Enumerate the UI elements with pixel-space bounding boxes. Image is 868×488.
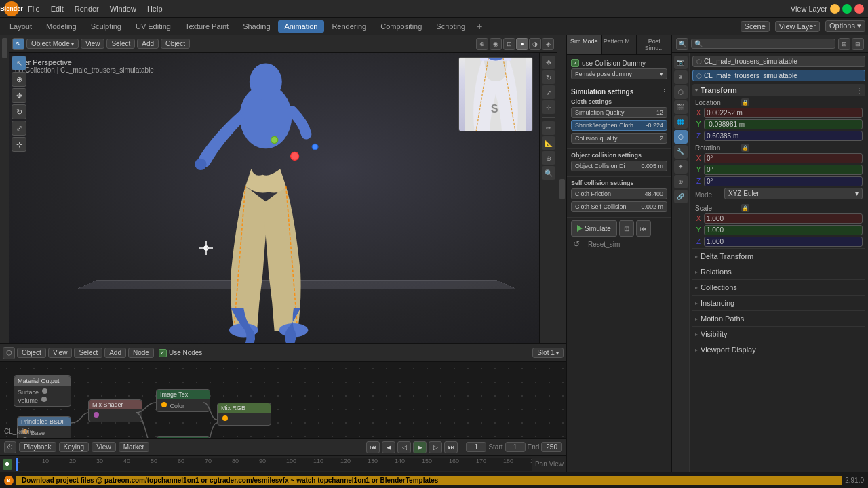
node-editor-icon[interactable]: ⬡ — [3, 347, 15, 359]
current-frame[interactable]: 1 — [466, 442, 486, 452]
simulate-button[interactable]: Simulate — [571, 220, 617, 237]
sim-mode-tab[interactable]: Sim Mode — [567, 35, 602, 54]
step-back-button[interactable]: ◀ — [382, 441, 395, 453]
active-object-selector[interactable]: ⬡ CL_male_trousers_simulatable — [692, 56, 865, 67]
options-button[interactable]: Options ▾ — [825, 20, 865, 32]
rotation-x-input[interactable] — [704, 153, 863, 163]
timeline-ruler[interactable]: ⏺ 1 10 20 30 40 50 60 — [0, 456, 566, 472]
play-button[interactable]: ▶ — [413, 441, 427, 453]
simulation-settings-options-icon[interactable]: ⋮ — [661, 89, 667, 96]
scale-lock[interactable]: 🔒 — [741, 204, 749, 212]
props-icon-object[interactable]: ⬡ — [674, 130, 688, 144]
workspace-texture-paint[interactable]: Texture Paint — [178, 20, 235, 33]
scale-z-input[interactable] — [704, 237, 863, 247]
material-shading-button[interactable]: ◑ — [529, 38, 541, 50]
transform-tool[interactable]: ⊹ — [12, 137, 26, 152]
location-y-input[interactable] — [704, 119, 863, 129]
transform-options-icon[interactable]: ⋮ — [856, 87, 863, 94]
timeline-icon[interactable]: ⏱ — [4, 441, 16, 453]
view-layer-selector[interactable]: View Layer — [775, 21, 820, 32]
scale-y-input[interactable] — [704, 225, 863, 235]
window-minimize-button[interactable] — [830, 4, 840, 14]
object-menu[interactable]: Object — [161, 39, 190, 49]
properties-search-input[interactable]: 🔍 — [691, 39, 835, 49]
menu-file[interactable]: File — [23, 3, 45, 14]
use-nodes-checkbox[interactable]: ✓ — [159, 349, 167, 357]
keying-menu[interactable]: Keying — [59, 442, 90, 452]
sim-bake-button[interactable]: ⊡ — [619, 220, 634, 237]
props-icon-render[interactable]: 📷 — [674, 56, 688, 69]
workspace-compositing[interactable]: Compositing — [374, 20, 429, 33]
collision-dummy-dropdown[interactable]: Female pose dummy ▾ — [571, 68, 667, 79]
start-frame[interactable]: 1 — [505, 442, 526, 452]
viewport-display-header[interactable]: ▸ Viewport Display — [692, 344, 865, 355]
tool-measure[interactable]: 📐 — [542, 136, 555, 150]
node-add-menu[interactable]: Add — [104, 348, 126, 358]
workspace-shading[interactable]: Shading — [236, 20, 277, 33]
collision-quality-field[interactable]: Collision quality 2 — [571, 133, 667, 144]
select-tool[interactable]: ↖ — [12, 56, 26, 70]
jump-start-button[interactable]: ⏮ — [366, 441, 380, 453]
view-menu[interactable]: View — [81, 39, 105, 49]
workspace-modeling[interactable]: Modeling — [39, 20, 83, 33]
move-tool[interactable]: ✥ — [12, 88, 26, 103]
motion-paths-header[interactable]: ▸ Motion Paths — [692, 313, 865, 324]
wireframe-shading-button[interactable]: ⊡ — [503, 38, 515, 50]
right-viewport-handle[interactable] — [557, 35, 566, 343]
delta-transform-header[interactable]: ▸ Delta Transform — [692, 251, 865, 262]
auto-keyframe-button[interactable]: ⏺ — [3, 459, 12, 470]
props-icon-particles[interactable]: ✦ — [674, 160, 688, 174]
solid-shading-button[interactable]: ● — [516, 38, 528, 50]
pattern-mode-tab[interactable]: Pattern M... — [602, 35, 637, 54]
workspace-animation[interactable]: Animation — [278, 20, 325, 33]
shrink-lengthen-field[interactable]: Shrink/lengthen Cloth -0.224 — [571, 120, 667, 131]
rotation-lock[interactable]: 🔒 — [741, 144, 749, 152]
relations-header[interactable]: ▸ Relations — [692, 266, 865, 277]
props-icon-physics[interactable]: ⊕ — [674, 175, 688, 188]
workspace-scripting[interactable]: Scripting — [429, 20, 472, 33]
select-menu[interactable]: Select — [106, 39, 135, 49]
visibility-header[interactable]: ▸ Visibility — [692, 329, 865, 340]
location-lock[interactable]: 🔒 — [741, 98, 749, 106]
playback-menu[interactable]: Playback — [19, 442, 56, 452]
slot-selector[interactable]: Slot 1 — [532, 348, 564, 358]
window-close-button[interactable] — [854, 4, 864, 14]
jump-end-button[interactable]: ⏭ — [444, 441, 458, 453]
add-menu[interactable]: Add — [137, 39, 159, 49]
collections-header[interactable]: ▸ Collections — [692, 282, 865, 293]
location-z-input[interactable] — [704, 131, 863, 141]
props-icon-output[interactable]: 🖥 — [674, 70, 688, 84]
node-canvas[interactable]: Material Output Surface Volume Principle… — [0, 362, 566, 438]
tool-cursor[interactable]: ⊕ — [542, 151, 555, 165]
workspace-layout[interactable]: Layout — [3, 20, 39, 33]
scale-x-input[interactable] — [704, 214, 863, 224]
simulation-quality-field[interactable]: Simulation Quality 12 — [571, 107, 667, 118]
rotation-z-input[interactable] — [704, 176, 863, 186]
rotate-tool[interactable]: ↻ — [12, 104, 26, 119]
node-select-menu[interactable]: Select — [74, 348, 102, 358]
props-icon-view-layer[interactable]: ⬡ — [674, 85, 688, 99]
end-frame[interactable]: 250 — [541, 442, 562, 452]
props-icon-world[interactable]: 🌐 — [674, 115, 688, 129]
menu-help[interactable]: Help — [142, 3, 167, 14]
cloth-self-collision-field[interactable]: Cloth Self Collision 0.002 m — [571, 201, 667, 212]
cloth-friction-field[interactable]: Cloth Friction 48.400 — [571, 188, 667, 199]
scene-selector[interactable]: Scene — [741, 21, 770, 32]
select-tool-button[interactable]: ↖ — [12, 38, 24, 50]
props-collapse-icon[interactable]: ⊞ — [838, 38, 850, 50]
reset-sim-button[interactable]: Reset_sim — [584, 239, 624, 249]
rotation-y-input[interactable] — [704, 165, 863, 175]
instancing-header[interactable]: ▸ Instancing — [692, 298, 865, 308]
left-panel-collapse-handle[interactable] — [2, 38, 7, 58]
simulation-settings-header[interactable]: Simulation settings ⋮ — [571, 88, 667, 96]
step-forward-button[interactable]: ▷ — [429, 441, 442, 453]
props-expand-icon[interactable]: ⊟ — [852, 38, 864, 50]
reset-icon[interactable]: ↺ — [571, 239, 582, 249]
active-data-selector[interactable]: ⬡ CL_male_trousers_simulatable — [692, 70, 865, 81]
workspace-sculpting[interactable]: Sculpting — [84, 20, 128, 33]
post-sim-tab[interactable]: Post Simu... — [637, 35, 671, 54]
play-reverse-button[interactable]: ◁ — [397, 441, 411, 453]
use-collision-dummy-checkbox[interactable]: ✓ use Collision Dummy — [571, 58, 667, 68]
tool-scale[interactable]: ⤢ — [542, 85, 555, 99]
viewport-gizmo-icon[interactable]: ⊕ — [476, 38, 488, 50]
